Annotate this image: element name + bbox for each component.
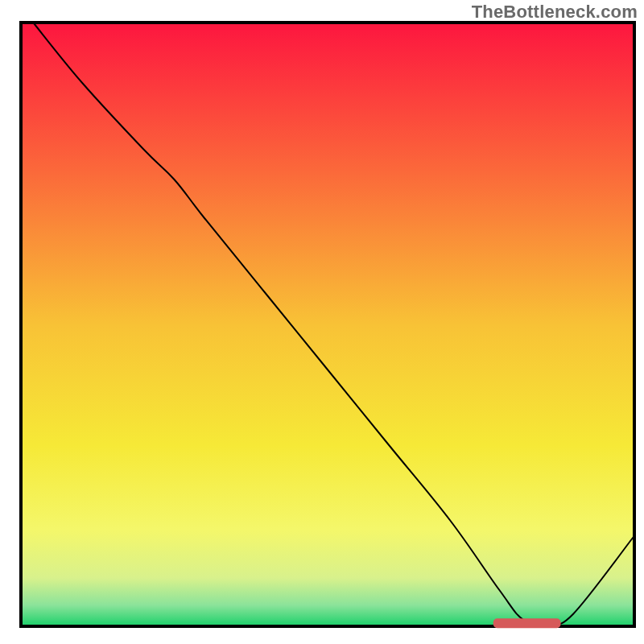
chart-container: TheBottleneck.com: [0, 0, 644, 644]
watermark-label: TheBottleneck.com: [472, 2, 638, 23]
bottleneck-chart: [0, 0, 644, 644]
optimum-marker: [493, 618, 561, 628]
plot-background: [21, 23, 634, 626]
